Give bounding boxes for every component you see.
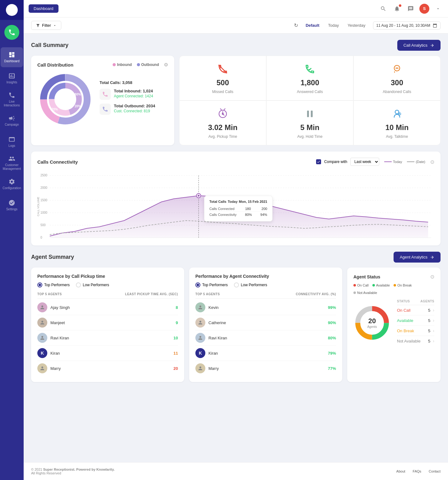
chat-icon[interactable] — [406, 4, 416, 14]
sidebar-item-customer[interactable]: Customer Management — [1, 153, 23, 173]
notification-badge — [399, 4, 401, 7]
sidebar-item-insights[interactable]: Insights — [1, 68, 23, 88]
hold-time-value: 5 Min — [300, 123, 319, 132]
not-available-status: Not Available — [397, 339, 421, 343]
table-row: Catherine 90% — [195, 315, 336, 330]
period-select[interactable]: Last week — [350, 158, 379, 166]
date-legend: (Date) — [407, 160, 425, 164]
abandoned-calls-label: Abandoned Calls — [383, 90, 411, 94]
refresh-icon[interactable]: ↻ — [294, 22, 298, 28]
company-name: Super Receptionist. Powered by Knowlarit… — [43, 468, 115, 471]
top-performers-radio[interactable]: Top Performers — [37, 282, 70, 287]
sidebar-campaign-label: Campaign — [5, 123, 19, 127]
dashboard-tab[interactable]: Dashboard — [29, 4, 58, 13]
talktime-label: Avg. Talktime — [386, 134, 408, 139]
agent-summary-title: Agent Summary — [31, 254, 74, 260]
agent-value: 99% — [328, 305, 336, 310]
agent-analytics-button[interactable]: Agent Analytics — [394, 252, 441, 263]
missed-calls-value: 500 — [217, 78, 229, 87]
sidebar-item-settings[interactable]: Settings — [1, 195, 23, 215]
filterbar: Filter ↻ Default Today Yesterday 11 Aug … — [24, 17, 448, 34]
compare-checkbox[interactable] — [316, 159, 321, 164]
sidebar-customer-label: Customer Management — [1, 163, 23, 171]
hold-time-icon — [303, 107, 317, 121]
svg-text:30%: 30% — [58, 91, 64, 94]
total-calls: Total Calls: 3,058 — [100, 80, 168, 85]
agent-name: Marry — [50, 366, 170, 371]
svg-point-20 — [399, 113, 401, 115]
top-performers-radio-dot — [39, 284, 41, 286]
today-filter[interactable]: Today — [325, 22, 341, 29]
pickup-time-label: Avg. Pickup Time — [208, 134, 237, 139]
not-available-chevron: › — [433, 338, 434, 343]
agent-value: 20 — [174, 366, 178, 371]
donut-center-num: 20 — [368, 317, 376, 325]
date-filter: Default Today Yesterday — [303, 22, 368, 29]
sidebar-item-live[interactable]: Live Interactions — [1, 90, 23, 110]
user-avatar[interactable]: S — [419, 4, 429, 14]
legend-not-available: Not Available — [353, 291, 377, 295]
conn-top-performers-radio[interactable]: Top Performers — [195, 282, 228, 287]
filter-button[interactable]: Filter — [31, 21, 61, 30]
abandoned-calls-card: 300 Abandoned Calls — [353, 56, 441, 100]
svg-text:55%: 55% — [68, 96, 74, 99]
low-performers-radio[interactable]: Low Performers — [76, 282, 109, 287]
footer-contact[interactable]: Contact — [429, 469, 441, 473]
conn-low-radio-circle — [234, 282, 239, 287]
status-expand-icon[interactable]: ⊙ — [430, 274, 434, 280]
table-row: Ravi Kiran 10 — [37, 330, 178, 346]
pickup-time-card: 3.02 Min Avg. Pickup Time — [179, 100, 266, 145]
status-table-header: STATUS AGENTS — [397, 300, 434, 305]
svg-point-35 — [198, 195, 199, 197]
conn-top-radio-circle — [195, 282, 200, 287]
notification-icon[interactable] — [392, 4, 402, 14]
user-menu-chevron[interactable] — [433, 4, 443, 14]
tooltip-row-2: Calls Connectivity 80% 94% — [209, 212, 267, 217]
sidebar-item-dashboard[interactable]: Dashboard — [1, 47, 23, 67]
default-filter[interactable]: Default — [303, 22, 322, 29]
footer-faqs[interactable]: FAQs — [413, 469, 422, 473]
call-analytics-button[interactable]: Call Analytics — [397, 40, 441, 51]
avatar — [195, 318, 205, 328]
phone-button[interactable] — [4, 25, 19, 40]
sidebar-item-config[interactable]: Configuration — [1, 174, 23, 194]
avatar — [37, 333, 47, 343]
conn-low-performers-radio[interactable]: Low Performers — [234, 282, 267, 287]
perf-connectivity-card: Performance by Agent Connectivity Top Pe… — [189, 268, 342, 382]
sidebar-item-campaign[interactable]: Campaign — [1, 111, 23, 131]
date-range-picker[interactable]: 11 Aug 20 - 11 Aug 20, 10:30AM — [373, 21, 441, 30]
footer-about[interactable]: About — [396, 469, 405, 473]
perf-connectivity-table: TOP 5 AGENTS CONNECTIVITY AVG. (%) Kevin… — [195, 292, 336, 376]
agent-name: Kiran — [50, 351, 170, 356]
status-row-on-break[interactable]: On Break 5 › — [397, 326, 434, 336]
status-row-on-call[interactable]: On Call 5 › — [397, 305, 434, 315]
dist-stats: Total Calls: 3,058 Total Inbound: 1,024 … — [100, 80, 168, 119]
status-title: Agent Status — [353, 274, 380, 279]
search-icon[interactable] — [378, 4, 388, 14]
connectivity-expand[interactable]: ⊙ — [430, 159, 434, 165]
hold-time-label: Avg. Hold Time — [297, 134, 322, 139]
svg-text:80%: 80% — [75, 93, 81, 96]
svg-text:CALL VOLUME: CALL VOLUME — [37, 197, 40, 217]
answered-calls-card: 1,800 Answered Calls — [266, 56, 353, 100]
talktime-value: 10 Min — [385, 123, 409, 132]
svg-rect-17 — [307, 111, 309, 117]
donut-chart: 80% 20% 70% 55% 30% 45% — [37, 71, 93, 127]
yesterday-filter[interactable]: Yesterday — [345, 22, 368, 29]
table-row: Manjeet 9 — [37, 315, 178, 330]
status-card-header: Agent Status ⊙ — [353, 274, 434, 280]
svg-point-16 — [222, 113, 224, 115]
outbound-info: Total Outbound: 2034 Cust. Connected: 81… — [114, 104, 155, 113]
sidebar-item-logs[interactable]: Logs — [1, 132, 23, 152]
status-row-available[interactable]: Available 5 › — [397, 315, 434, 326]
expand-icon[interactable]: ⊙ — [164, 62, 168, 68]
perf-pickup-card: Performance by Call Pickup time Top Perf… — [31, 268, 184, 382]
svg-text:20%: 20% — [75, 105, 81, 108]
svg-text:45%: 45% — [57, 100, 63, 103]
answered-calls-icon — [303, 62, 317, 76]
status-table: STATUS AGENTS On Call 5 › — [397, 300, 434, 346]
table-row: K Kiran 11 — [37, 346, 178, 361]
outbound-total: Total Outbound: 2034 — [114, 104, 155, 108]
filter-label: Filter — [42, 23, 51, 28]
status-row-not-available[interactable]: Not Available 5 › — [397, 336, 434, 346]
